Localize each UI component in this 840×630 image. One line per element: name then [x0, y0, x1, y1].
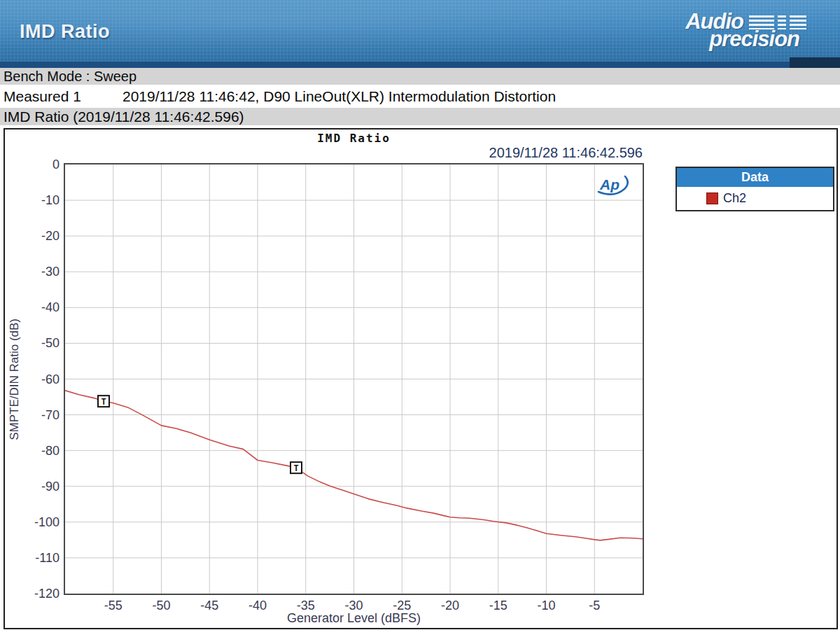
- y-tick-label: -90: [10, 479, 59, 494]
- y-tick-label: -40: [10, 300, 59, 315]
- y-tick-label: -80: [10, 443, 59, 458]
- chart-title: IMD Ratio: [65, 132, 643, 145]
- plot-canvas: TT: [65, 164, 643, 594]
- plot-area: TT: [65, 164, 643, 594]
- cursor-marker[interactable]: T: [290, 462, 302, 473]
- svg-text:T: T: [101, 397, 106, 407]
- x-tick-label: -50: [141, 598, 183, 613]
- legend-row-ch2[interactable]: Ch2: [677, 187, 833, 210]
- page-title: IMD Ratio: [20, 21, 110, 43]
- y-tick-label: -110: [10, 550, 59, 566]
- x-tick-label: -35: [285, 598, 327, 613]
- chart-panel: IMD Ratio 2019/11/28 11:46:42.596 TT Ap …: [4, 128, 838, 629]
- x-tick-label: -5: [573, 598, 615, 613]
- x-tick-label: -40: [237, 598, 279, 613]
- banner-bottom-strip: [0, 62, 840, 68]
- cursor-marker[interactable]: T: [98, 396, 109, 407]
- audio-precision-logo: Audio precision: [685, 11, 806, 48]
- x-tick-label: -20: [429, 598, 471, 613]
- y-tick-label: -20: [10, 228, 59, 244]
- y-tick-label: -100: [10, 514, 59, 530]
- x-tick-label: -55: [92, 598, 134, 613]
- svg-text:T: T: [293, 463, 298, 473]
- x-tick-label: -30: [333, 598, 375, 613]
- logo-word-precision: precision: [709, 31, 806, 48]
- legend-box: Data Ch2: [676, 167, 834, 211]
- x-axis-title: Generator Level (dBFS): [65, 611, 643, 626]
- top-banner: IMD Ratio Audio precision: [0, 0, 840, 62]
- measured-value: 2019/11/28 11:46:42, D90 LineOut(XLR) In…: [122, 85, 556, 108]
- measured-row: Measured 1 2019/11/28 11:46:42, D90 Line…: [0, 85, 840, 108]
- y-tick-label: 0: [10, 157, 59, 172]
- y-tick-label: -120: [10, 586, 59, 601]
- y-tick-label: -10: [10, 192, 59, 208]
- y-tick-label: -30: [10, 264, 59, 279]
- x-tick-label: -45: [188, 598, 230, 613]
- legend-header: Data: [677, 168, 833, 187]
- legend-label-ch2: Ch2: [723, 191, 746, 206]
- result-title-row: IMD Ratio (2019/11/28 11:46:42.596): [0, 108, 840, 125]
- chart-timestamp: 2019/11/28 11:46:42.596: [65, 145, 643, 161]
- ap-mark-icon: Ap: [592, 172, 632, 198]
- y-tick-label: -50: [10, 335, 59, 351]
- x-tick-label: -10: [526, 598, 568, 613]
- bench-mode-row: Bench Mode : Sweep: [0, 68, 840, 85]
- measured-label: Measured 1: [4, 85, 81, 108]
- ap-mark-text: Ap: [599, 176, 620, 192]
- y-tick-label: -70: [10, 407, 59, 423]
- x-tick-label: -15: [477, 598, 519, 613]
- x-tick-label: -25: [381, 598, 423, 613]
- y-tick-label: -60: [10, 372, 59, 387]
- legend-swatch-ch2: [706, 192, 718, 204]
